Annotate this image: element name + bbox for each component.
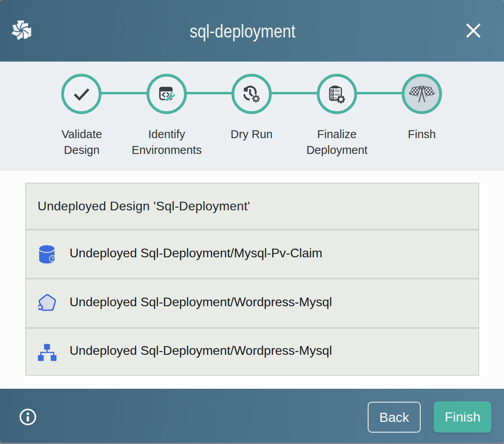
svg-text:?: ? (51, 256, 54, 261)
